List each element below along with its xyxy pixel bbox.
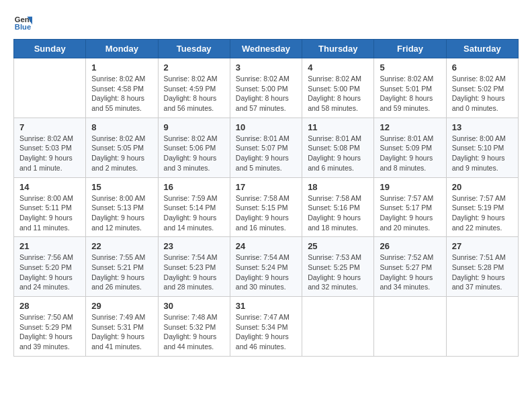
- day-info: Sunrise: 7:54 AM Sunset: 5:23 PM Dayligh…: [164, 253, 224, 292]
- day-number: 2: [164, 62, 224, 73]
- calendar-cell: 31Sunrise: 7:47 AM Sunset: 5:34 PM Dayli…: [230, 297, 302, 357]
- day-info: Sunrise: 7:47 AM Sunset: 5:34 PM Dayligh…: [236, 312, 296, 352]
- day-info: Sunrise: 7:53 AM Sunset: 5:25 PM Dayligh…: [308, 253, 368, 292]
- calendar-cell: 6Sunrise: 8:02 AM Sunset: 5:02 PM Daylig…: [446, 58, 518, 118]
- day-info: Sunrise: 8:00 AM Sunset: 5:10 PM Dayligh…: [452, 134, 513, 173]
- calendar-cell: 25Sunrise: 7:53 AM Sunset: 5:25 PM Dayli…: [302, 237, 374, 297]
- col-header-sunday: Sunday: [14, 40, 86, 58]
- calendar-cell: 13Sunrise: 8:00 AM Sunset: 5:10 PM Dayli…: [446, 118, 518, 177]
- calendar-cell: 26Sunrise: 7:52 AM Sunset: 5:27 PM Dayli…: [374, 237, 446, 297]
- calendar-cell: 12Sunrise: 8:01 AM Sunset: 5:09 PM Dayli…: [374, 118, 446, 177]
- day-info: Sunrise: 8:02 AM Sunset: 5:00 PM Dayligh…: [236, 74, 296, 113]
- calendar-table: SundayMondayTuesdayWednesdayThursdayFrid…: [13, 39, 519, 357]
- day-number: 3: [236, 62, 296, 73]
- day-info: Sunrise: 8:02 AM Sunset: 4:59 PM Dayligh…: [164, 74, 224, 113]
- calendar-cell: 18Sunrise: 7:58 AM Sunset: 5:16 PM Dayli…: [302, 177, 374, 237]
- calendar-cell: 14Sunrise: 8:00 AM Sunset: 5:11 PM Dayli…: [14, 177, 86, 237]
- day-number: 26: [380, 241, 440, 251]
- week-row-1: 1Sunrise: 8:02 AM Sunset: 4:58 PM Daylig…: [14, 58, 519, 118]
- day-number: 22: [91, 241, 152, 251]
- day-info: Sunrise: 7:58 AM Sunset: 5:15 PM Dayligh…: [236, 193, 296, 233]
- calendar-cell: [446, 297, 518, 357]
- calendar-cell: 8Sunrise: 8:02 AM Sunset: 5:05 PM Daylig…: [86, 118, 158, 177]
- day-number: 4: [308, 62, 368, 73]
- day-number: 20: [452, 182, 513, 192]
- day-info: Sunrise: 8:02 AM Sunset: 5:03 PM Dayligh…: [19, 134, 80, 173]
- calendar-cell: 9Sunrise: 8:02 AM Sunset: 5:06 PM Daylig…: [158, 118, 230, 177]
- day-number: 28: [19, 301, 80, 311]
- day-number: 21: [19, 241, 80, 251]
- day-info: Sunrise: 8:02 AM Sunset: 5:02 PM Dayligh…: [452, 74, 513, 113]
- day-number: 29: [91, 301, 152, 311]
- day-info: Sunrise: 7:57 AM Sunset: 5:19 PM Dayligh…: [452, 193, 513, 233]
- day-number: 14: [19, 182, 80, 192]
- day-number: 25: [308, 241, 368, 251]
- day-number: 31: [236, 301, 296, 311]
- day-number: 16: [164, 182, 224, 192]
- calendar-cell: 4Sunrise: 8:02 AM Sunset: 5:00 PM Daylig…: [302, 58, 374, 118]
- col-header-thursday: Thursday: [302, 40, 374, 58]
- day-info: Sunrise: 7:48 AM Sunset: 5:32 PM Dayligh…: [164, 312, 224, 352]
- svg-text:Blue: Blue: [15, 23, 31, 31]
- day-number: 13: [452, 122, 513, 132]
- day-number: 19: [380, 182, 440, 192]
- week-row-5: 28Sunrise: 7:50 AM Sunset: 5:29 PM Dayli…: [14, 297, 519, 357]
- day-number: 7: [19, 122, 80, 132]
- col-header-tuesday: Tuesday: [158, 40, 230, 58]
- day-info: Sunrise: 8:02 AM Sunset: 5:01 PM Dayligh…: [380, 74, 440, 113]
- calendar-cell: 22Sunrise: 7:55 AM Sunset: 5:21 PM Dayli…: [86, 237, 158, 297]
- day-info: Sunrise: 7:56 AM Sunset: 5:20 PM Dayligh…: [19, 253, 80, 292]
- day-info: Sunrise: 7:51 AM Sunset: 5:28 PM Dayligh…: [452, 253, 513, 292]
- day-info: Sunrise: 7:58 AM Sunset: 5:16 PM Dayligh…: [308, 193, 368, 233]
- day-number: 18: [308, 182, 368, 192]
- day-info: Sunrise: 7:57 AM Sunset: 5:17 PM Dayligh…: [380, 193, 440, 233]
- calendar-cell: 17Sunrise: 7:58 AM Sunset: 5:15 PM Dayli…: [230, 177, 302, 237]
- calendar-cell: 20Sunrise: 7:57 AM Sunset: 5:19 PM Dayli…: [446, 177, 518, 237]
- day-number: 12: [380, 122, 440, 132]
- day-info: Sunrise: 7:55 AM Sunset: 5:21 PM Dayligh…: [91, 253, 152, 292]
- day-info: Sunrise: 8:02 AM Sunset: 4:58 PM Dayligh…: [91, 74, 152, 113]
- day-info: Sunrise: 7:54 AM Sunset: 5:24 PM Dayligh…: [236, 253, 296, 292]
- calendar-cell: 27Sunrise: 7:51 AM Sunset: 5:28 PM Dayli…: [446, 237, 518, 297]
- calendar-cell: 29Sunrise: 7:49 AM Sunset: 5:31 PM Dayli…: [86, 297, 158, 357]
- day-number: 1: [91, 62, 152, 73]
- day-info: Sunrise: 8:02 AM Sunset: 5:06 PM Dayligh…: [164, 134, 224, 173]
- week-row-2: 7Sunrise: 8:02 AM Sunset: 5:03 PM Daylig…: [14, 118, 519, 177]
- calendar-cell: 7Sunrise: 8:02 AM Sunset: 5:03 PM Daylig…: [14, 118, 86, 177]
- calendar-cell: 11Sunrise: 8:01 AM Sunset: 5:08 PM Dayli…: [302, 118, 374, 177]
- calendar-cell: 28Sunrise: 7:50 AM Sunset: 5:29 PM Dayli…: [14, 297, 86, 357]
- calendar-cell: 2Sunrise: 8:02 AM Sunset: 4:59 PM Daylig…: [158, 58, 230, 118]
- logo-icon: General Blue: [13, 13, 32, 32]
- day-number: 6: [452, 62, 513, 73]
- day-info: Sunrise: 8:01 AM Sunset: 5:07 PM Dayligh…: [236, 134, 296, 173]
- day-number: 24: [236, 241, 296, 251]
- day-info: Sunrise: 8:00 AM Sunset: 5:13 PM Dayligh…: [91, 193, 152, 233]
- day-info: Sunrise: 8:02 AM Sunset: 5:05 PM Dayligh…: [91, 134, 152, 173]
- week-row-3: 14Sunrise: 8:00 AM Sunset: 5:11 PM Dayli…: [14, 177, 519, 237]
- calendar-cell: 24Sunrise: 7:54 AM Sunset: 5:24 PM Dayli…: [230, 237, 302, 297]
- day-number: 27: [452, 241, 513, 251]
- day-info: Sunrise: 7:52 AM Sunset: 5:27 PM Dayligh…: [380, 253, 440, 292]
- day-number: 8: [91, 122, 152, 132]
- header-row: SundayMondayTuesdayWednesdayThursdayFrid…: [14, 40, 519, 58]
- calendar-cell: 16Sunrise: 7:59 AM Sunset: 5:14 PM Dayli…: [158, 177, 230, 237]
- day-info: Sunrise: 8:02 AM Sunset: 5:00 PM Dayligh…: [308, 74, 368, 113]
- calendar-cell: 30Sunrise: 7:48 AM Sunset: 5:32 PM Dayli…: [158, 297, 230, 357]
- day-info: Sunrise: 7:50 AM Sunset: 5:29 PM Dayligh…: [19, 312, 80, 352]
- day-number: 15: [91, 182, 152, 192]
- day-info: Sunrise: 8:01 AM Sunset: 5:09 PM Dayligh…: [380, 134, 440, 173]
- calendar-cell: 21Sunrise: 7:56 AM Sunset: 5:20 PM Dayli…: [14, 237, 86, 297]
- calendar-cell: [14, 58, 86, 118]
- calendar-cell: 10Sunrise: 8:01 AM Sunset: 5:07 PM Dayli…: [230, 118, 302, 177]
- calendar-cell: 1Sunrise: 8:02 AM Sunset: 4:58 PM Daylig…: [86, 58, 158, 118]
- col-header-saturday: Saturday: [446, 40, 518, 58]
- day-number: 10: [236, 122, 296, 132]
- day-info: Sunrise: 7:49 AM Sunset: 5:31 PM Dayligh…: [91, 312, 152, 352]
- header: General Blue: [13, 13, 519, 32]
- day-number: 11: [308, 122, 368, 132]
- col-header-wednesday: Wednesday: [230, 40, 302, 58]
- day-info: Sunrise: 8:01 AM Sunset: 5:08 PM Dayligh…: [308, 134, 368, 173]
- col-header-friday: Friday: [374, 40, 446, 58]
- day-info: Sunrise: 8:00 AM Sunset: 5:11 PM Dayligh…: [19, 193, 80, 233]
- col-header-monday: Monday: [86, 40, 158, 58]
